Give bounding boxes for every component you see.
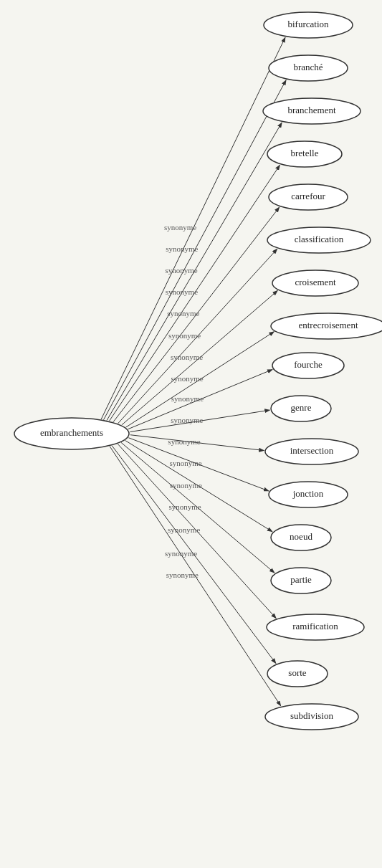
edge-label-partie: synonyme bbox=[168, 502, 201, 511]
label-entrecroisement: entrecroisement bbox=[298, 320, 358, 330]
center-node-label: embranchements bbox=[40, 427, 103, 438]
label-branchement: branchement bbox=[287, 105, 336, 115]
label-jonction: jonction bbox=[292, 488, 324, 499]
label-croisement: croisement bbox=[295, 277, 335, 287]
edge-label-ramification: synonyme bbox=[168, 525, 200, 534]
label-subdivision: subdivision bbox=[290, 710, 333, 721]
label-sorte: sorte bbox=[288, 667, 307, 678]
label-classification: classification bbox=[295, 234, 344, 244]
edge-label-subdivision: synonyme bbox=[166, 571, 199, 579]
edge-label-branche: synonyme bbox=[166, 244, 198, 253]
edge-label-genre: synonyme bbox=[171, 416, 203, 424]
edge-label-entrecroisement: synonyme bbox=[171, 374, 203, 383]
edge-label-fourche: synonyme bbox=[171, 394, 204, 403]
edge-label-classification: synonyme bbox=[168, 331, 201, 340]
graph-svg: embranchementssynonymebifurcationsynonym… bbox=[0, 0, 382, 868]
label-intersection: intersection bbox=[290, 445, 334, 456]
edge-label-branchement: synonyme bbox=[165, 266, 197, 275]
label-bretelle: bretelle bbox=[291, 148, 319, 158]
label-noeud: noeud bbox=[290, 531, 312, 542]
edge-label-intersection: synonyme bbox=[168, 437, 200, 446]
label-genre: genre bbox=[291, 402, 312, 413]
label-bifurcation: bifurcation bbox=[287, 19, 329, 29]
edge-label-bretelle: synonyme bbox=[166, 287, 198, 296]
label-ramification: ramification bbox=[292, 621, 338, 631]
edge-label-jonction: synonyme bbox=[169, 459, 201, 467]
label-branche: branché bbox=[293, 62, 323, 72]
label-fourche: fourche bbox=[294, 359, 323, 370]
edge-label-sorte: synonyme bbox=[165, 549, 197, 558]
label-partie: partie bbox=[290, 574, 312, 585]
label-carrefour: carrefour bbox=[291, 191, 325, 201]
edge-label-croisement: synonyme bbox=[171, 353, 203, 361]
edge-label-bifurcation: synonyme bbox=[164, 223, 196, 232]
edge-label-carrefour: synonyme bbox=[167, 309, 199, 318]
